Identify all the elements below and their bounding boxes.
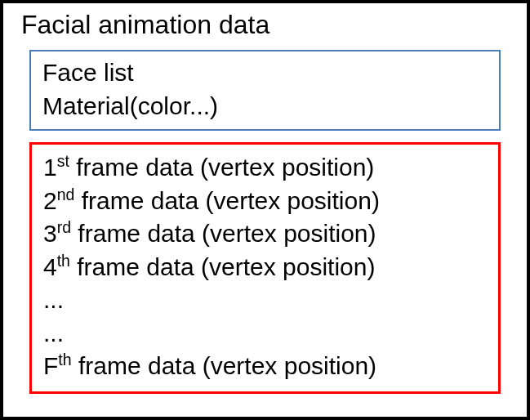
outer-container: Facial animation data Face list Material… <box>0 0 530 420</box>
frame-rest: frame data (vertex position) <box>74 187 380 214</box>
frame-row: 4th frame data (vertex position) <box>43 251 487 284</box>
frame-rest: frame data (vertex position) <box>71 220 376 247</box>
frame-rest: frame data (vertex position) <box>70 253 376 280</box>
ordinal-num: 2 <box>43 187 57 214</box>
frame-row: 3rd frame data (vertex position) <box>43 217 487 251</box>
frame-ellipsis: ... <box>43 317 487 351</box>
ordinal-suffix: th <box>58 351 71 369</box>
ordinal-num: F <box>43 352 58 379</box>
ordinal-suffix: st <box>57 152 69 170</box>
ordinal-num: 4 <box>43 253 57 280</box>
meta-line-face-list: Face list <box>42 56 488 90</box>
frame-rest: frame data (vertex position) <box>69 154 375 181</box>
meta-box: Face list Material(color...) <box>29 50 501 131</box>
frames-box: 1st frame data (vertex position) 2nd fra… <box>29 142 501 394</box>
ordinal-num: 3 <box>43 220 57 247</box>
ordinal-suffix: th <box>57 252 70 270</box>
frame-ellipsis: ... <box>43 284 487 317</box>
ordinal-num: 1 <box>43 154 57 181</box>
frame-row: Fth frame data (vertex position) <box>43 350 487 383</box>
frame-row: 2nd frame data (vertex position) <box>43 185 487 218</box>
frame-row: 1st frame data (vertex position) <box>43 151 487 185</box>
meta-line-material: Material(color...) <box>42 90 488 123</box>
diagram-title: Facial animation data <box>18 10 512 40</box>
ordinal-suffix: nd <box>57 185 75 203</box>
frame-rest: frame data (vertex position) <box>72 352 377 379</box>
ordinal-suffix: rd <box>57 218 71 236</box>
